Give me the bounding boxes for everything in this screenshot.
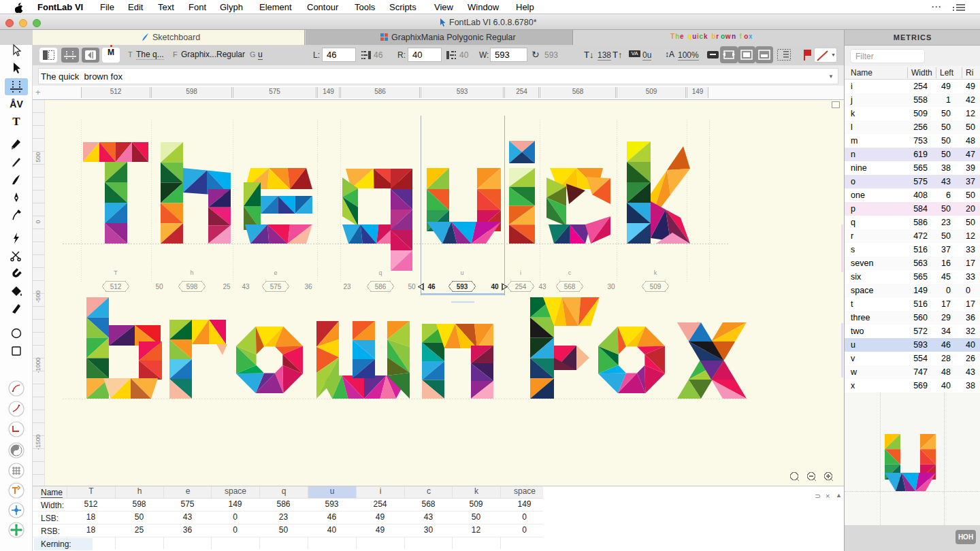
svg-text:h: h: [675, 33, 679, 40]
svg-text:T: T: [114, 269, 118, 276]
svg-text:k: k: [704, 33, 708, 40]
svg-text:q: q: [687, 33, 691, 40]
svg-text:n: n: [732, 33, 736, 40]
svg-text:T: T: [670, 33, 674, 40]
svg-text:ÅV: ÅV: [10, 99, 23, 110]
svg-text:c: c: [568, 269, 572, 276]
svg-text:575: 575: [270, 283, 282, 290]
svg-text:40: 40: [491, 283, 499, 290]
svg-text:c: c: [699, 33, 703, 40]
svg-text:593: 593: [457, 283, 468, 290]
svg-text:30: 30: [607, 283, 615, 290]
svg-text:u: u: [692, 33, 696, 40]
svg-text:T: T: [12, 115, 20, 128]
svg-text:23: 23: [343, 283, 351, 290]
svg-text:43: 43: [242, 283, 250, 290]
svg-text:46: 46: [427, 283, 436, 290]
svg-text:586: 586: [375, 283, 387, 290]
svg-text:f: f: [739, 33, 742, 40]
svg-text:k: k: [654, 269, 657, 276]
svg-text:568: 568: [564, 283, 576, 290]
svg-text:50: 50: [408, 283, 416, 290]
svg-text:254: 254: [515, 283, 527, 290]
svg-text:b: b: [711, 33, 715, 40]
svg-text:r: r: [716, 33, 719, 40]
svg-text:43: 43: [538, 283, 546, 290]
svg-text:50: 50: [155, 283, 163, 290]
svg-text:o: o: [744, 33, 748, 40]
svg-text:25: 25: [223, 283, 231, 290]
svg-text:e: e: [274, 269, 277, 276]
svg-text:598: 598: [186, 283, 198, 290]
svg-text:512: 512: [110, 283, 122, 290]
svg-text:i: i: [520, 269, 521, 276]
svg-text:e: e: [680, 33, 684, 40]
svg-text:u: u: [460, 269, 463, 276]
svg-text:q: q: [378, 269, 382, 276]
svg-text:w: w: [725, 33, 731, 40]
svg-text:h: h: [190, 269, 193, 276]
svg-text:x: x: [749, 33, 752, 40]
svg-text:36: 36: [304, 283, 312, 290]
svg-text:509: 509: [650, 283, 662, 290]
svg-text:o: o: [721, 33, 725, 40]
